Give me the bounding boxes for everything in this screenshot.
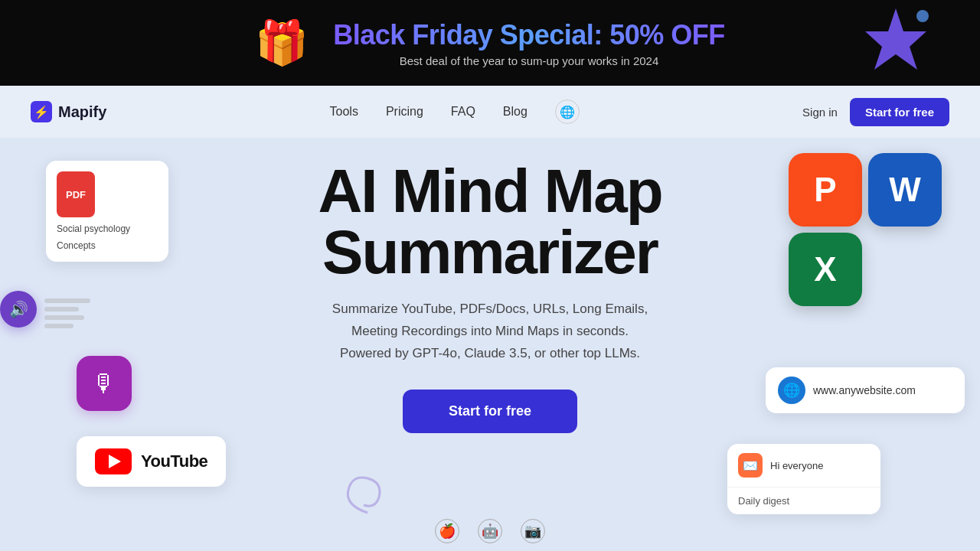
banner-decoration: [858, 0, 934, 86]
audio-icon: 🔊: [0, 291, 37, 328]
start-free-hero-button[interactable]: Start for free: [403, 390, 577, 433]
swirl-decoration: [337, 459, 398, 520]
logo[interactable]: ⚡ Mapify: [31, 101, 106, 122]
nav-tools[interactable]: Tools: [330, 105, 358, 119]
logo-text: Mapify: [58, 103, 106, 121]
banner-title: Black Friday Special: 50% OFF: [333, 19, 725, 51]
star-decoration: [858, 5, 934, 81]
website-card: 🌐 www.anywebsite.com: [766, 367, 965, 413]
email-icon: ✉️: [738, 453, 763, 478]
line-2: [44, 307, 79, 311]
hero-section: PDF Social psychology Concepts 🔊 🎙 YouTu…: [0, 138, 980, 551]
email-card: ✉️ Hi everyone Daily digest: [727, 444, 880, 514]
platform-icons: 🍎 🤖 📷: [435, 519, 545, 543]
nav-blog[interactable]: Blog: [503, 105, 528, 119]
navbar: ⚡ Mapify Tools Pricing FAQ Blog 🌐 Sign i…: [0, 86, 980, 138]
start-free-nav-button[interactable]: Start for free: [850, 98, 949, 126]
audio-lines: [44, 298, 90, 328]
signin-button[interactable]: Sign in: [802, 106, 838, 119]
play-triangle: [109, 455, 121, 468]
youtube-label: YouTube: [141, 452, 207, 471]
line-3: [44, 315, 84, 320]
email-subject: Hi everyone: [770, 460, 823, 471]
camera-icon: 📷: [521, 519, 545, 543]
promo-banner: 🎁 Black Friday Special: 50% OFF Best dea…: [0, 0, 980, 86]
email-tag: Daily digest: [727, 487, 880, 514]
android-icon: 🤖: [478, 519, 502, 543]
email-header: ✉️ Hi everyone: [727, 444, 880, 487]
globe-icon: 🌐: [778, 377, 805, 404]
nav-pricing[interactable]: Pricing: [386, 105, 423, 119]
youtube-icon: [95, 448, 132, 474]
banner-subtitle: Best deal of the year to sum-up your wor…: [333, 54, 725, 67]
podcast-icon: 🎙: [77, 356, 132, 411]
banner-text: Black Friday Special: 50% OFF Best deal …: [333, 19, 725, 67]
website-url: www.anywebsite.com: [813, 384, 916, 396]
nav-faq[interactable]: FAQ: [451, 105, 475, 119]
excel-icon: X: [789, 233, 862, 306]
nav-links: Tools Pricing FAQ Blog 🌐: [330, 99, 580, 124]
apple-icon: 🍎: [435, 519, 459, 543]
hero-title-line1: AI Mind Map: [318, 157, 662, 225]
line-4: [44, 324, 74, 328]
gift-icon: 🎁: [255, 18, 309, 68]
hero-title-line2: Summarizer: [322, 218, 658, 286]
svg-point-1: [916, 10, 929, 22]
pdf-icon: PDF: [57, 171, 95, 217]
pdf-tag-1: Social psychology: [57, 223, 158, 234]
line-1: [44, 298, 90, 303]
pdf-card: PDF Social psychology Concepts: [46, 161, 168, 262]
hero-description: Summarize YouTube, PDFs/Docs, URLs, Long…: [245, 298, 735, 365]
language-button[interactable]: 🌐: [555, 99, 580, 124]
hero-content: AI Mind Map Summarizer Summarize YouTube…: [245, 161, 735, 433]
hero-title: AI Mind Map Summarizer: [245, 161, 735, 283]
logo-icon: ⚡: [31, 101, 52, 122]
pdf-tag-2: Concepts: [57, 240, 158, 251]
powerpoint-icon: P: [789, 153, 862, 227]
word-icon: W: [868, 153, 942, 227]
ms-icons-group: P W X: [789, 153, 942, 306]
nav-actions: Sign in Start for free: [802, 98, 949, 126]
youtube-card: YouTube: [77, 436, 226, 487]
